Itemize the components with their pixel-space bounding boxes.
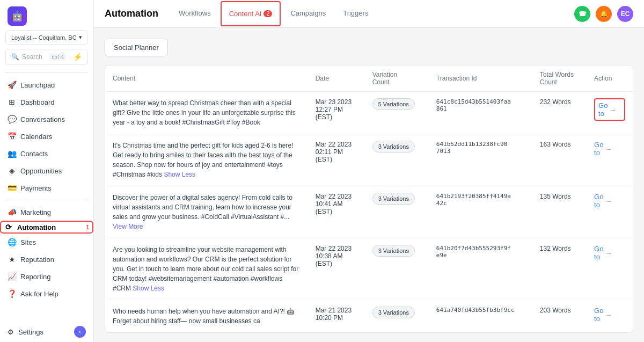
sidebar-item-automation[interactable]: ⟳ Automation 1	[0, 221, 93, 234]
words-cell: 232 Words	[532, 92, 587, 134]
sidebar-item-reporting[interactable]: 📈 Reporting	[0, 268, 93, 285]
transaction-cell: 641a740fd43b55fb3bf9cc	[429, 300, 532, 333]
content-cell: What better way to spread Christmas chee…	[105, 92, 308, 134]
sidebar-item-label: Marketing	[20, 208, 51, 216]
table-row: Discover the power of a digital sales ag…	[105, 186, 633, 238]
date-cell: Mar 22 202302:11 PM(EST)	[308, 134, 365, 186]
sidebar-item-conversations[interactable]: 💬 Conversations	[0, 111, 93, 128]
search-extra-icon: ⚡	[73, 53, 82, 61]
action-cell: Goto →	[587, 186, 633, 238]
table-row: Are you looking to streamline your websi…	[105, 238, 633, 300]
variation-cell: 3 Variations	[365, 300, 429, 333]
sidebar-collapse-button[interactable]: ‹	[74, 326, 86, 338]
show-less-link[interactable]: Show Less	[133, 285, 164, 292]
table-header-row: Content Date VariationCount Transaction …	[105, 66, 633, 92]
sidebar-item-opportunities[interactable]: ◈ Opportunities	[0, 162, 93, 179]
conversations-icon: 💬	[8, 115, 16, 123]
phone-avatar[interactable]: ☎	[574, 6, 590, 22]
transaction-cell: 641b52dd11b13238fc907013	[429, 134, 532, 186]
settings-label: Settings	[18, 328, 43, 336]
sidebar-item-label: Dashboard	[20, 98, 55, 106]
content-cell: It's Christmas time and the perfect gift…	[105, 134, 308, 186]
action-cell: Goto →	[587, 92, 633, 134]
action-cell: Goto →	[587, 134, 633, 186]
sidebar-item-reputation[interactable]: ★ Reputation	[0, 251, 93, 268]
variation-badge: 3 Variations	[372, 141, 415, 152]
content-cell: Are you looking to streamline your websi…	[105, 238, 308, 300]
chevron-down-icon: ▾	[79, 34, 82, 41]
launchpad-icon: 🚀	[8, 81, 16, 89]
automation-highlight-label: 1	[86, 224, 89, 230]
sidebar-item-sites[interactable]: 🌐 Sites	[0, 234, 93, 251]
content-table-container: Content Date VariationCount Transaction …	[105, 65, 633, 333]
sidebar-item-settings[interactable]: ⚙ Settings	[8, 328, 43, 336]
sidebar-item-calendars[interactable]: 📅 Calendars	[0, 128, 93, 145]
action-cell: Goto →	[587, 300, 633, 333]
location-selector[interactable]: Loyalist -- Coquitlam, BC ▾	[5, 30, 88, 45]
tab-triggers[interactable]: Triggers	[335, 2, 376, 26]
goto-button[interactable]: Goto →	[594, 98, 625, 121]
sidebar-item-ask-for-help[interactable]: ❓ Ask for Help	[0, 285, 93, 302]
date-cell: Mar 23 202312:27 PM(EST)	[308, 92, 365, 134]
view-more-link[interactable]: View More	[113, 223, 143, 230]
sidebar-item-label: Conversations	[20, 115, 65, 123]
sidebar-item-launchpad[interactable]: 🚀 Launchpad	[0, 76, 93, 93]
content-text: What better way to spread Christmas chee…	[113, 99, 296, 126]
payments-icon: 💳	[8, 184, 16, 192]
table-row: Who needs human help when you have autom…	[105, 300, 633, 333]
arrow-right-icon: →	[605, 249, 612, 257]
search-shortcut: ctrl K	[49, 54, 66, 61]
goto-button[interactable]: Goto →	[594, 307, 625, 323]
show-less-link[interactable]: Show Less	[164, 171, 195, 178]
main-content: Automation Workflows Content AI 2 Campai…	[94, 0, 644, 342]
settings-icon: ⚙	[8, 328, 14, 336]
content-cell: Who needs human help when you have autom…	[105, 300, 308, 333]
sidebar-item-dashboard[interactable]: ⊞ Dashboard	[0, 93, 93, 111]
notification-avatar[interactable]: 🔔	[596, 6, 612, 22]
tab-workflows[interactable]: Workflows	[171, 2, 218, 26]
calendars-icon: 📅	[8, 132, 16, 141]
sidebar-item-label: Payments	[20, 184, 52, 192]
table-row: It's Christmas time and the perfect gift…	[105, 134, 633, 186]
page-title: Automation	[105, 8, 158, 19]
sidebar-item-label: Reputation	[20, 256, 54, 264]
search-label: Search	[22, 53, 42, 61]
marketing-icon: 📣	[8, 208, 16, 216]
content-text: It's Christmas time and the perfect gift…	[113, 142, 293, 178]
sidebar-item-marketing[interactable]: 📣 Marketing	[0, 203, 93, 221]
goto-button[interactable]: Goto →	[594, 141, 625, 157]
tab-content-ai[interactable]: Content AI 2	[221, 1, 281, 26]
sidebar-footer: ⚙ Settings ‹	[0, 322, 93, 342]
tab-campaigns[interactable]: Campaigns	[283, 2, 333, 26]
sidebar-item-label: Launchpad	[20, 81, 55, 89]
col-variation-count: VariationCount	[365, 66, 429, 92]
sidebar-item-contacts[interactable]: 👥 Contacts	[0, 145, 93, 162]
words-cell: 135 Words	[532, 186, 587, 238]
variation-cell: 5 Variations	[365, 92, 429, 134]
topbar-right: ☎ 🔔 EC	[574, 6, 633, 22]
col-date: Date	[308, 66, 365, 92]
sidebar-item-label: Reporting	[20, 273, 50, 281]
social-planner-button[interactable]: Social Planner	[105, 39, 168, 56]
table-row: What better way to spread Christmas chee…	[105, 92, 633, 134]
goto-button[interactable]: Goto →	[594, 245, 625, 261]
sidebar-item-payments[interactable]: 💳 Payments	[0, 179, 93, 197]
reputation-icon: ★	[8, 255, 16, 264]
col-action: Action	[587, 66, 633, 92]
variation-cell: 3 Variations	[365, 134, 429, 186]
words-cell: 203 Words	[532, 300, 587, 333]
location-label: Loyalist -- Coquitlam, BC	[11, 34, 77, 41]
goto-button[interactable]: Goto →	[594, 193, 625, 209]
topbar: Automation Workflows Content AI 2 Campai…	[94, 0, 644, 28]
col-content: Content	[105, 66, 308, 92]
sidebar-logo: 🤖	[0, 0, 93, 30]
sidebar-item-label: Calendars	[20, 133, 52, 141]
sidebar-item-label: Contacts	[20, 150, 48, 158]
date-cell: Mar 21 202310:20 PM	[308, 300, 365, 333]
date-cell: Mar 22 202310:38 AM(EST)	[308, 238, 365, 300]
user-avatar[interactable]: EC	[617, 6, 633, 22]
search-bar[interactable]: 🔍 Search ctrl K ⚡	[5, 49, 88, 65]
variation-cell: 3 Variations	[365, 238, 429, 300]
transaction-cell: 641b2193f20385ff4149a42c	[429, 186, 532, 238]
sites-icon: 🌐	[8, 238, 16, 246]
